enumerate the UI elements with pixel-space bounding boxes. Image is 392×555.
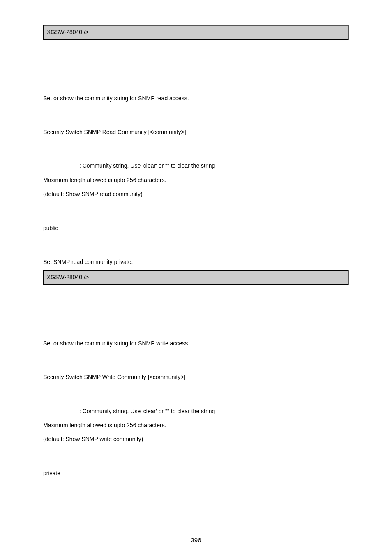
write-param-line: : Community string. Use 'clear' or "" to… — [43, 407, 349, 416]
read-maxlen: Maximum length allowed is upto 256 chara… — [43, 176, 349, 185]
read-param-desc: : Community string. Use 'clear' or "" to… — [79, 162, 215, 169]
write-maxlen: Maximum length allowed is upto 256 chara… — [43, 421, 349, 430]
document-page: XGSW-28040:/> Set or show the community … — [0, 0, 392, 555]
read-default-setting: public — [43, 224, 349, 233]
write-default: (default: Show SNMP write community) — [43, 435, 349, 444]
code-box-1: XGSW-28040:/> — [43, 25, 349, 40]
write-syntax: Security Switch SNMP Write Community [<c… — [43, 372, 349, 382]
page-number: 396 — [0, 536, 392, 543]
code-box-1-text: XGSW-28040:/> — [47, 29, 89, 35]
read-syntax: Security Switch SNMP Read Community [<co… — [43, 127, 349, 136]
read-param-line: : Community string. Use 'clear' or "" to… — [43, 161, 349, 170]
write-param-desc: : Community string. Use 'clear' or "" to… — [79, 408, 215, 414]
code-box-2-text: XGSW-28040:/> — [47, 274, 89, 280]
code-box-2: XGSW-28040:/> — [43, 270, 349, 285]
read-description: Set or show the community string for SNM… — [43, 94, 349, 103]
write-description: Set or show the community string for SNM… — [43, 339, 349, 348]
write-default-setting: private — [43, 469, 349, 478]
read-default: (default: Show SNMP read community) — [43, 190, 349, 199]
read-example: Set SNMP read community private. — [43, 257, 349, 266]
